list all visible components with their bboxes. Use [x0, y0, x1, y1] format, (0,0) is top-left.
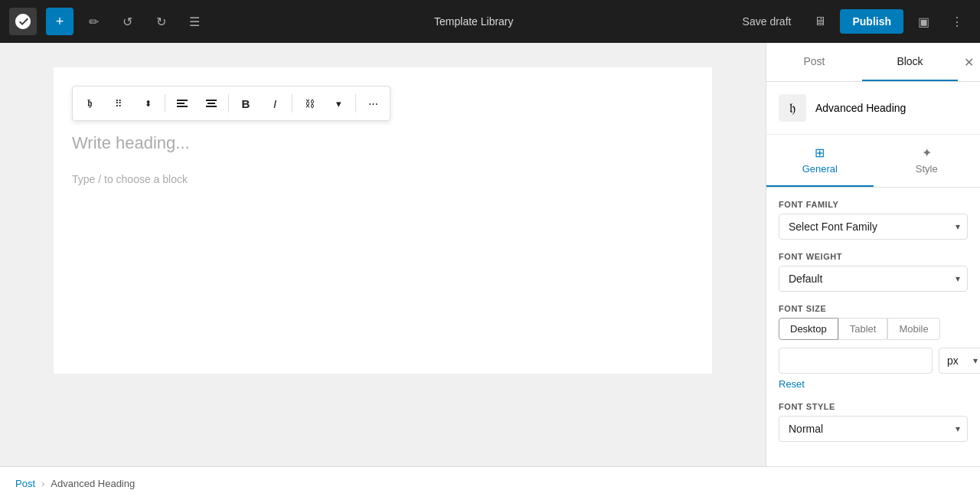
topbar: + ✏ ↺ ↻ ☰ Template Library Save draft 🖥 …: [0, 0, 980, 43]
list-view-button[interactable]: ☰: [181, 8, 208, 35]
italic-button[interactable]: I: [261, 90, 289, 117]
svg-rect-1: [177, 103, 185, 104]
font-style-select[interactable]: Normal Italic Oblique: [779, 416, 968, 442]
tab-post[interactable]: Post: [766, 43, 862, 81]
block-name-label: Advanced Heading: [815, 102, 906, 114]
panel-block-header: 𝔥 Advanced Heading: [766, 82, 980, 135]
add-block-button[interactable]: +: [46, 8, 74, 35]
wp-logo: [9, 8, 37, 35]
block-toolbar: 𝔥 ⠿ ⬍ B I ⛓ ▾ ⋯: [72, 86, 390, 121]
save-draft-button[interactable]: Save draft: [733, 11, 801, 32]
heading-placeholder[interactable]: Write heading...: [72, 133, 694, 158]
font-family-select[interactable]: Select Font Family Arial Georgia Helveti…: [779, 214, 968, 240]
breadcrumb: Post › Advanced Heading: [0, 466, 980, 500]
toolbar-separator-2: [228, 94, 229, 113]
font-style-select-wrapper: Normal Italic Oblique ▾: [779, 416, 968, 442]
font-size-field: FONT SIZE Desktop Tablet Mobile px em re…: [779, 304, 968, 390]
general-tab-label: General: [802, 163, 838, 175]
redo-button[interactable]: ↻: [147, 8, 175, 35]
move-button[interactable]: ⬍: [134, 90, 162, 117]
svg-rect-5: [206, 106, 217, 107]
editor-canvas: 𝔥 ⠿ ⬍ B I ⛓ ▾ ⋯ Write headin: [54, 67, 712, 374]
right-panel: Post Block ✕ 𝔥 Advanced Heading ⊞ Genera…: [766, 43, 980, 466]
editor-title: Template Library: [220, 15, 727, 28]
breadcrumb-separator: ›: [41, 478, 44, 489]
font-size-label: FONT SIZE: [779, 304, 968, 313]
more-options-button[interactable]: ⋮: [943, 8, 971, 35]
sidebar-toggle-button[interactable]: ▣: [910, 8, 937, 35]
svg-rect-0: [177, 100, 188, 101]
style-tab-label: Style: [916, 163, 938, 175]
editor-area: 𝔥 ⠿ ⬍ B I ⛓ ▾ ⋯ Write headin: [0, 43, 766, 466]
unit-select-wrapper: px em rem % ▾: [939, 348, 980, 374]
font-style-field: FONT STYLE Normal Italic Oblique ▾: [779, 402, 968, 442]
undo-button[interactable]: ↺: [113, 8, 141, 35]
desktop-tab[interactable]: Desktop: [779, 318, 838, 340]
link-button[interactable]: ⛓: [296, 90, 323, 117]
tab-block[interactable]: Block: [862, 43, 958, 81]
tablet-tab[interactable]: Tablet: [838, 318, 888, 340]
font-family-select-wrapper: Select Font Family Arial Georgia Helveti…: [779, 214, 968, 240]
device-tabs: Desktop Tablet Mobile: [779, 318, 968, 340]
font-style-label: FONT STYLE: [779, 402, 968, 411]
font-weight-select-wrapper: Default 100200300 400500600 700800900 ▾: [779, 266, 968, 292]
align-center-button[interactable]: [198, 90, 225, 117]
block-icon: 𝔥: [779, 94, 806, 122]
svg-rect-2: [177, 106, 188, 107]
toolbar-separator-1: [165, 94, 165, 113]
svg-rect-3: [206, 100, 217, 101]
font-size-input-row: px em rem % ▾: [779, 348, 968, 374]
panel-subtabs: ⊞ General ✦ Style: [766, 135, 980, 188]
general-icon: ⊞: [815, 145, 825, 160]
heading-icon-button[interactable]: 𝔥: [76, 90, 103, 117]
font-family-label: FONT FAMILY: [779, 200, 968, 209]
close-panel-button[interactable]: ✕: [958, 43, 980, 81]
breadcrumb-post-link[interactable]: Post: [15, 478, 35, 489]
panel-content: FONT FAMILY Select Font Family Arial Geo…: [766, 188, 980, 454]
font-family-field: FONT FAMILY Select Font Family Arial Geo…: [779, 200, 968, 240]
subtab-style[interactable]: ✦ Style: [874, 135, 981, 187]
reset-font-size-button[interactable]: Reset: [779, 378, 805, 390]
svg-rect-4: [207, 103, 215, 104]
topbar-right: Save draft 🖥 Publish ▣ ⋮: [733, 8, 971, 35]
mobile-tab[interactable]: Mobile: [887, 318, 939, 340]
style-icon: ✦: [922, 145, 932, 160]
tools-button[interactable]: ✏: [80, 8, 107, 35]
paragraph-placeholder[interactable]: Type / to choose a block: [72, 173, 694, 185]
font-weight-select[interactable]: Default 100200300 400500600 700800900: [779, 266, 968, 292]
toolbar-separator-4: [355, 94, 356, 113]
toolbar-separator-3: [292, 94, 292, 113]
publish-button[interactable]: Publish: [840, 9, 903, 34]
bold-button[interactable]: B: [232, 90, 260, 117]
font-weight-label: FONT WEIGHT: [779, 252, 968, 261]
align-left-button[interactable]: [168, 90, 196, 117]
more-options-toolbar-button[interactable]: ⋯: [359, 90, 387, 117]
unit-select[interactable]: px em rem %: [939, 348, 980, 374]
preview-button[interactable]: 🖥: [806, 8, 834, 35]
font-size-input[interactable]: [779, 348, 933, 374]
breadcrumb-current: Advanced Heading: [51, 478, 135, 489]
font-weight-field: FONT WEIGHT Default 100200300 400500600 …: [779, 252, 968, 292]
subtab-general[interactable]: ⊞ General: [766, 135, 874, 187]
link-dropdown-button[interactable]: ▾: [325, 90, 352, 117]
drag-handle-button[interactable]: ⠿: [105, 90, 132, 117]
main-layout: 𝔥 ⠿ ⬍ B I ⛓ ▾ ⋯ Write headin: [0, 43, 980, 466]
panel-tabs: Post Block ✕: [766, 43, 980, 82]
